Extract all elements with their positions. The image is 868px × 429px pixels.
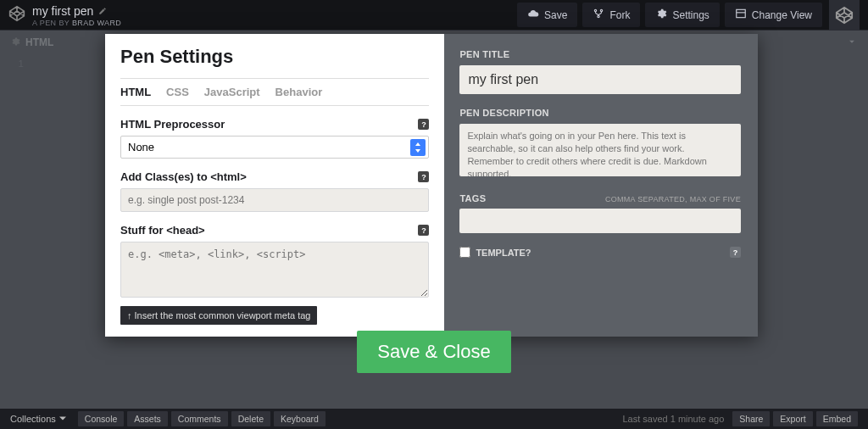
settings-left-pane: Pen Settings HTML CSS JavaScript Behavio… — [105, 34, 444, 337]
tags-hint: COMMA SEPARATED, MAX OF FIVE — [605, 195, 741, 203]
codepen-logo-icon — [8, 5, 32, 25]
modal-title: Pen Settings — [120, 46, 429, 68]
save-close-button[interactable]: Save & Close — [357, 331, 510, 373]
author-link[interactable]: Brad Ward — [72, 19, 121, 27]
help-icon[interactable]: ? — [730, 247, 741, 258]
pencil-icon[interactable] — [98, 3, 107, 19]
share-button[interactable]: Share — [732, 411, 770, 426]
help-icon[interactable]: ? — [418, 171, 429, 182]
codepen-badge-icon[interactable] — [829, 0, 860, 31]
settings-tabs: HTML CSS JavaScript Behavior — [120, 78, 429, 106]
svg-point-0 — [595, 9, 597, 11]
comments-button[interactable]: Comments — [171, 411, 228, 426]
pen-title-input[interactable] — [459, 65, 741, 94]
help-icon[interactable]: ? — [418, 119, 429, 130]
add-classes-input[interactable] — [120, 188, 429, 212]
tab-css[interactable]: CSS — [166, 86, 189, 98]
description-textarea[interactable] — [459, 124, 741, 176]
pen-title-label: PEN TITLE — [459, 49, 741, 59]
last-saved-text: Last saved 1 minute ago — [622, 414, 724, 424]
keyboard-button[interactable]: Keyboard — [274, 411, 326, 426]
delete-button[interactable]: Delete — [231, 411, 270, 426]
preprocessor-label: HTML Preprocessor ? — [120, 118, 429, 131]
pen-settings-modal: Pen Settings HTML CSS JavaScript Behavio… — [105, 34, 758, 337]
tab-javascript[interactable]: JavaScript — [204, 86, 260, 98]
stuff-head-label: Stuff for <head> ? — [120, 224, 429, 237]
stuff-head-textarea[interactable] — [120, 242, 429, 298]
caret-down-icon — [59, 414, 66, 424]
fork-button[interactable]: Fork — [582, 3, 640, 27]
description-label: PEN DESCRIPTION — [459, 108, 741, 118]
change-view-button[interactable]: Change View — [725, 3, 822, 27]
console-button[interactable]: Console — [78, 411, 125, 426]
tags-label: TAGS — [459, 193, 486, 203]
svg-point-2 — [598, 15, 599, 17]
export-button[interactable]: Export — [773, 411, 812, 426]
fork-icon — [593, 8, 604, 22]
template-checkbox[interactable] — [459, 247, 470, 258]
layout-icon — [735, 8, 747, 22]
tab-behavior[interactable]: Behavior — [275, 86, 323, 98]
template-row: TEMPLATE? ? — [459, 247, 741, 258]
gear-icon — [655, 8, 667, 22]
settings-button[interactable]: Settings — [645, 3, 719, 27]
cloud-icon — [527, 8, 539, 22]
tab-html[interactable]: HTML — [120, 86, 151, 98]
embed-button[interactable]: Embed — [816, 411, 858, 426]
save-button[interactable]: Save — [517, 3, 577, 27]
preprocessor-select[interactable]: None — [120, 136, 429, 159]
assets-button[interactable]: Assets — [127, 411, 168, 426]
tags-input[interactable] — [459, 209, 741, 233]
pen-subtitle: A PEN BY Brad Ward — [32, 19, 121, 27]
pen-title: my first pen — [32, 4, 93, 18]
svg-rect-3 — [737, 9, 746, 17]
help-icon[interactable]: ? — [418, 225, 429, 236]
add-classes-label: Add Class(es) to <html> ? — [120, 170, 429, 183]
collections-dropdown[interactable]: Collections — [7, 411, 70, 426]
top-bar: my first pen A PEN BY Brad Ward Save For… — [0, 0, 868, 31]
footer-bar: Collections Console Assets Comments Dele… — [0, 409, 868, 429]
pen-title-area: my first pen A PEN BY Brad Ward — [32, 3, 121, 27]
settings-right-pane: PEN TITLE PEN DESCRIPTION TAGS COMMA SEP… — [444, 34, 758, 337]
svg-point-1 — [601, 9, 603, 11]
